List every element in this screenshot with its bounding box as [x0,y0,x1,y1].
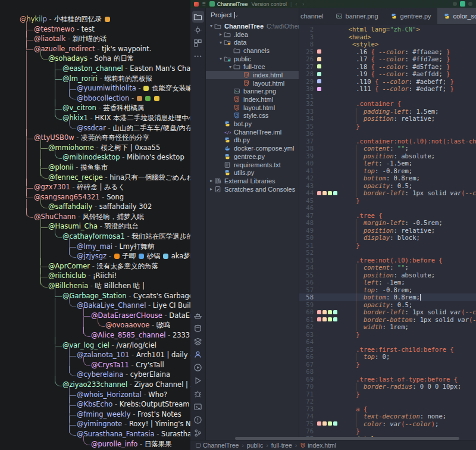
horizontal-scrollbar[interactable] [235,437,459,440]
project-item-bot.py[interactable]: bot.py [206,120,299,128]
nav-arrows[interactable]: ‹ › [295,1,306,7]
channel-link[interactable]: @jzjysgz [77,252,107,260]
color-swatch[interactable] [328,421,332,426]
project-item-gentree.py[interactable]: gentree.py [206,152,299,161]
color-swatch[interactable] [317,421,321,426]
color-swatch[interactable] [322,310,327,314]
color-swatch[interactable] [322,191,327,195]
chevron-down-icon[interactable]: ▾ [218,40,224,45]
channel-link[interactable]: @mibinodesktop [62,153,120,161]
color-swatch[interactable] [333,317,337,321]
channel-link[interactable]: @yuumiwithlolita [77,84,136,92]
project-item-full-tree[interactable]: ▾full-tree [206,62,299,71]
color-swatch[interactable] [322,421,327,426]
channel-link[interactable]: @plonii [48,163,74,171]
editor-tab-gentree.py[interactable]: gentree.py [384,8,437,24]
problems-icon[interactable] [192,414,204,426]
chevron-down-icon[interactable]: ▾ [227,64,233,70]
project-item-layout.html[interactable]: layout.html [206,104,299,112]
chevron-down-icon[interactable]: ▾ [208,23,214,29]
project-folder-icon[interactable] [192,11,204,23]
channel-link[interactable]: @v_citron [62,104,96,112]
project-item-.idea[interactable]: ▸.idea [206,30,299,39]
editor-tab-banner.png[interactable]: banner.png [330,8,384,24]
more-icon[interactable] [192,50,204,62]
project-item-data[interactable]: ▾data [206,38,299,46]
settings-icon[interactable] [468,2,472,6]
color-swatch[interactable] [322,317,327,321]
channel-link[interactable]: @AprCorner [48,262,90,270]
project-item-index.html[interactable]: index.html [206,95,299,104]
project-item-scratches-and-consoles[interactable]: ▸Scratches and Consoles [206,185,299,193]
color-swatch[interactable] [317,64,321,68]
editor-tab-color_scale.py[interactable]: color_scale.py [437,8,476,24]
play-circle-icon[interactable] [192,361,204,373]
channel-link[interactable]: @easton_channel [62,64,123,73]
channel-link[interactable]: @bbocollection [77,94,129,102]
project-item-index.html[interactable]: index.html [206,71,299,79]
channel-link[interactable]: @lm_roriri [62,74,98,83]
run-widget-icon[interactable] [460,1,465,7]
color-swatch[interactable] [328,310,332,314]
channel-link[interactable]: @purolle_info [91,440,137,448]
breadcrumb-item-public[interactable]: public [247,442,263,449]
search-icon[interactable] [453,2,457,6]
main-menu-icon[interactable]: ≡ [202,1,206,7]
channel-link[interactable]: @KbsEcho [77,400,112,408]
channel-link[interactable]: @fennec_recipe [48,173,103,182]
color-swatch[interactable] [328,191,332,195]
project-item-style.css[interactable]: style.css [206,112,299,120]
chevron-right-icon[interactable]: ▸ [208,178,214,183]
channel-link[interactable]: @Alice_8585_channel [91,331,165,339]
git-branch-icon[interactable] [192,427,204,439]
editor-tab-channel[interactable]: channel [299,8,330,24]
color-swatch[interactable] [317,310,321,314]
channel-link[interactable]: @cyberelaina [77,370,123,379]
channel-link[interactable]: @riichiclub [48,271,86,280]
breadcrumb-item-channeltree[interactable]: ChannelTree [195,442,239,449]
project-widget[interactable]: ChannelTree [209,1,248,7]
color-swatch[interactable] [328,317,332,321]
project-item-channeltree[interactable]: ▾ChannelTreeC:\wd\Other\ChannelTree [206,22,299,30]
color-swatch[interactable] [317,191,321,195]
project-item-banner.png[interactable]: banner.png [206,88,299,96]
color-swatch[interactable] [333,191,337,195]
breadcrumb-item-full-tree[interactable]: full-tree [271,442,292,449]
channel-link[interactable]: @ssdcar [77,124,106,132]
chevron-right-icon[interactable]: ▸ [208,186,214,192]
color-swatch[interactable] [317,87,321,91]
debug-icon[interactable] [192,388,204,399]
channel-link[interactable]: @ovoaaovoe [105,321,149,329]
color-swatch[interactable] [317,317,321,321]
color-swatch[interactable] [333,310,337,314]
layers-icon[interactable] [192,335,204,347]
database-icon[interactable] [192,322,204,334]
channel-link[interactable]: @gzx7301 [34,183,70,191]
color-swatch[interactable] [333,421,337,426]
channel-link[interactable]: @liaotalk [34,35,65,43]
vcs-widget[interactable]: Version control [252,1,287,7]
project-item-docker-compose.yml[interactable]: docker-compose.yml [206,144,299,152]
color-swatch[interactable] [317,79,321,83]
services-ship-icon[interactable] [192,309,204,321]
color-swatch[interactable] [317,72,321,76]
structure-icon[interactable] [192,37,204,49]
project-item-public[interactable]: ▾public [206,55,299,63]
project-item-requirements.txt[interactable]: requirements.txt [206,161,299,169]
channel-link[interactable]: @testmewo [34,25,74,33]
channel-link[interactable]: @yimingnote [77,420,122,428]
project-item-layout.html[interactable]: layout.html [206,79,299,88]
chevron-right-icon[interactable]: ▸ [218,32,224,37]
channel-link[interactable]: @fming_weekly [77,410,131,418]
chevron-down-icon[interactable]: ▾ [218,56,224,61]
project-item-utils.py[interactable]: utils.py [206,168,299,177]
color-swatch[interactable] [317,57,321,61]
project-item-channeltree.iml[interactable]: </>ChannelTree.iml [206,128,299,136]
channel-link[interactable]: @lmy_mai [77,242,112,251]
project-item-db.py[interactable]: db.py [206,136,299,145]
commit-icon[interactable] [192,24,204,36]
color-swatch[interactable] [317,49,321,54]
project-panel-header[interactable]: Project ⌄ [206,8,299,22]
project-item-channels[interactable]: channels [206,46,299,55]
channel-link[interactable]: @saffahdaily [48,202,92,211]
